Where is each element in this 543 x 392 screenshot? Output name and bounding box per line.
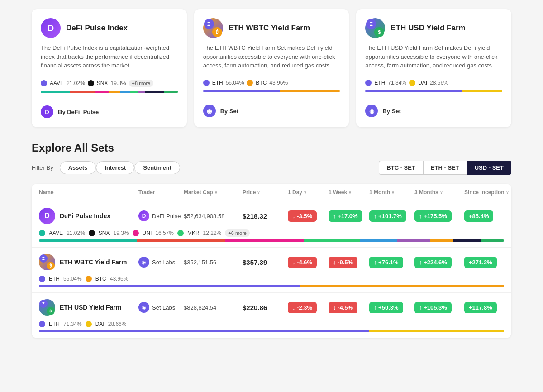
featured-card-eth-usd[interactable]: Ξ $ ETH USD Yield Farm The ETH USD Yield… (356, 9, 511, 127)
card-progress-bar (41, 91, 178, 93)
token-dot (365, 80, 372, 86)
card-icon: D (41, 18, 61, 38)
week-badge: ↓ -9.5% (329, 257, 357, 268)
card-footer: ◉ By Set (203, 99, 340, 117)
bar-segment (462, 90, 502, 92)
filter-btn-assets[interactable]: Assets (60, 161, 96, 174)
sub-tokens: ETH71.34%DAI28.66% (39, 321, 504, 327)
row-inception: +85.4% (464, 210, 511, 222)
sub-token-symbol: UNI (143, 230, 152, 236)
card-tokens: ETH71.34%DAI28.66% (365, 80, 502, 86)
row-icon: Ξ ₿ (39, 254, 55, 270)
sub-bar (39, 330, 504, 332)
sub-bar-segment (225, 239, 304, 242)
row-market-cap: $828,824.54 (184, 304, 243, 311)
card-title: DeFi Pulse Index (66, 24, 128, 33)
sub-bar-segment (39, 330, 369, 332)
token-symbol: AAVE (50, 80, 64, 86)
set-filter-btn-1[interactable]: ETH - SET (423, 161, 467, 175)
featured-card-eth-wbtc[interactable]: Ξ ₿ ETH WBTC Yield Farm The ETH WBTC Yie… (194, 9, 349, 127)
sub-bar-segment (453, 239, 481, 242)
footer-label: By Set (382, 108, 400, 115)
row-trader: ◉ Set Labs (138, 257, 184, 268)
token-dot (409, 80, 415, 86)
months3-badge: ↑ +224.6% (414, 257, 452, 268)
th-3-months[interactable]: 3 Months ∨ (414, 189, 464, 196)
table-row[interactable]: Ξ $ ETH USD Yield Farm ◉ Set Labs $828,8… (32, 293, 511, 319)
explore-section: Explore All Sets Filter By AssetsInteres… (32, 142, 511, 338)
row-week: ↓ -4.5% (329, 302, 369, 313)
sub-token-dot (86, 321, 92, 327)
th-since-inception[interactable]: Since Inception ∨ (464, 189, 511, 196)
sub-token-symbol: AAVE (49, 230, 63, 236)
week-badge: ↑ +17.0% (329, 210, 362, 222)
card-icon: Ξ ₿ (203, 18, 223, 38)
th-1-week[interactable]: 1 Week ∨ (329, 189, 369, 196)
token-dot (203, 80, 210, 86)
th-name: Name (39, 189, 138, 196)
sub-token-pct: 21.02% (67, 230, 85, 236)
token-dot (247, 80, 253, 86)
token-symbol: ETH (212, 80, 223, 86)
sub-token-dot (39, 321, 45, 327)
card-footer: D By DeFi_Pulse (41, 100, 178, 118)
day-badge: ↓ -3.5% (288, 210, 317, 222)
table-row[interactable]: D DeFi Pulse Index D DeFi Pulse $52,634,… (32, 201, 511, 228)
bar-segment (120, 91, 130, 93)
row-market-cap: $352,151.56 (184, 259, 243, 266)
table-row-group-0: D DeFi Pulse Index D DeFi Pulse $52,634,… (32, 201, 511, 248)
inception-badge: +117.8% (464, 302, 497, 313)
trader-icon: D (138, 210, 149, 221)
card-desc: The ETH WBTC Yield Farm Set makes DeFi y… (203, 43, 340, 72)
filter-btn-sentiment[interactable]: Sentiment (134, 161, 180, 174)
sub-token-symbol: ETH (49, 276, 60, 282)
bar-segment (164, 91, 177, 93)
token-symbol: BTC (256, 80, 267, 86)
token-pct: 56.04% (226, 80, 244, 86)
sub-token-dot (177, 230, 184, 236)
th-price[interactable]: Price ∨ (243, 189, 288, 196)
sub-token-symbol: ETH (49, 321, 60, 327)
card-desc: The DeFi Pulse Index is a capitalization… (41, 43, 178, 72)
inception-badge: +271.2% (464, 257, 497, 268)
footer-label: By Set (220, 108, 238, 115)
row-icon: D (39, 208, 55, 224)
row-month: ↑ +101.7% (369, 210, 414, 222)
filter-btn-interest[interactable]: Interest (96, 161, 134, 174)
sub-bar-segment (397, 239, 430, 242)
footer-icon: ◉ (203, 105, 216, 117)
sub-token-pct: 16.57% (155, 230, 174, 236)
sub-token-pct: 28.66% (108, 321, 127, 327)
table-row[interactable]: Ξ ₿ ETH WBTC Yield Farm ◉ Set Labs $352,… (32, 248, 511, 274)
sub-bar-segment (39, 285, 300, 287)
token-pct: 19.3% (111, 80, 126, 86)
sub-token-pct: 43.96% (110, 276, 129, 282)
card-footer: ◉ By Set (365, 99, 502, 117)
set-filter-btn-2[interactable]: USD - SET (467, 161, 511, 175)
token-more: +8 more (129, 80, 154, 87)
set-filter-btn-0[interactable]: BTC - SET (379, 161, 423, 175)
row-trader: ◉ Set Labs (138, 302, 184, 313)
row-day: ↓ -2.3% (288, 302, 329, 313)
th-1-day[interactable]: 1 Day ∨ (288, 189, 329, 196)
trader-icon: ◉ (138, 302, 149, 313)
featured-card-defi-pulse[interactable]: D DeFi Pulse Index The DeFi Pulse Index … (32, 9, 187, 127)
card-icon: Ξ $ (365, 18, 385, 38)
sub-token-dot (89, 230, 95, 236)
sub-bar-segment (39, 239, 137, 242)
th-market-cap[interactable]: Market Cap ∨ (184, 189, 243, 196)
week-badge: ↓ -4.5% (329, 302, 357, 313)
row-months3: ↑ +224.6% (414, 257, 464, 268)
filter-buttons: AssetsInterestSentiment (60, 161, 180, 174)
card-tokens: ETH56.04%BTC43.96% (203, 80, 340, 86)
row-title: ETH USD Yield Farm (60, 304, 121, 311)
row-market-cap: $52,634,908.58 (184, 213, 243, 220)
card-header: Ξ ₿ ETH WBTC Yield Farm (203, 18, 340, 38)
day-badge: ↓ -4.6% (288, 257, 317, 268)
sort-arrow: ∨ (348, 190, 352, 195)
th-1-month[interactable]: 1 Month ∨ (369, 189, 414, 196)
sub-token-dot (39, 276, 45, 282)
sub-bar (39, 285, 504, 287)
sub-token-symbol: SNX (99, 230, 110, 236)
table-row-group-2: Ξ $ ETH USD Yield Farm ◉ Set Labs $828,8… (32, 293, 511, 338)
